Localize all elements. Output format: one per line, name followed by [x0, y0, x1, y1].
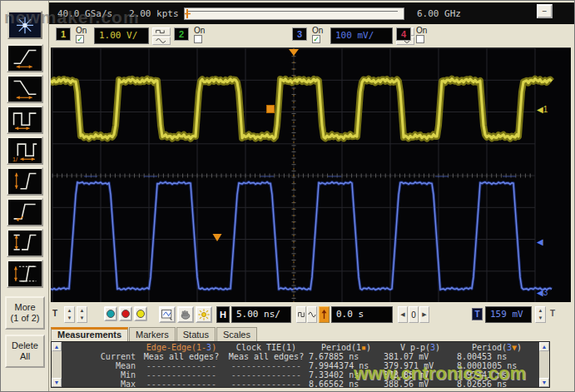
channel-3-scale-display[interactable]: 100 mV/ — [330, 27, 393, 44]
channel-level-marker[interactable]: ◀1 — [537, 105, 548, 114]
edge-marker-triangle[interactable] — [213, 234, 222, 241]
channel-2-on-toggle[interactable]: On — [194, 26, 212, 43]
measurement-column-header: Edge-Edge(1-3) — [139, 343, 224, 352]
measurement-value: 7.9944374 ns — [309, 361, 384, 370]
display-capture-button[interactable] — [159, 306, 176, 323]
measurement-value: 388.56 mV — [384, 380, 457, 389]
measure-v-amplitude-button[interactable] — [7, 229, 43, 257]
frequency-icon: 1/ — [8, 138, 42, 163]
v-amplitude-icon — [8, 231, 42, 256]
measure-v-peak-peak-button[interactable] — [7, 167, 43, 196]
scroll-up-button[interactable]: ▲ — [539, 342, 549, 351]
trigger-position-marker[interactable] — [289, 49, 299, 56]
trigger-level-spinner[interactable]: ▲▼ — [535, 306, 546, 323]
period-icon — [8, 107, 42, 132]
measure-fall-time-button[interactable] — [7, 75, 43, 103]
delay-right-button[interactable]: ▶ — [419, 306, 429, 323]
trigger-source-badge[interactable]: T — [472, 308, 483, 320]
channel-1-scale-display[interactable]: 1.00 V/ — [94, 27, 149, 44]
channel-2-badge[interactable]: 2 — [174, 27, 189, 41]
measurement-row-label: Max — [62, 380, 139, 389]
trigger-level-display[interactable]: 159 mV — [485, 306, 532, 323]
timebase-coarse-button[interactable] — [307, 306, 317, 323]
oscilloscope-app: 1/ More (1 of 2) Delete All 40.0 GSa/s 2… — [0, 0, 575, 392]
channel-level-marker[interactable]: ◀3 — [537, 288, 548, 297]
more-page-label: (1 of 2) — [11, 313, 40, 323]
measure-rise-time-button[interactable] — [7, 44, 43, 72]
touch-pointer-button[interactable] — [177, 306, 194, 323]
channel-1-checkbox[interactable]: ✓ — [76, 35, 84, 43]
measurement-value: Meas all edges? — [224, 352, 309, 361]
channel-4-badge[interactable]: 4 — [396, 27, 411, 41]
measure-overshoot-button[interactable] — [7, 198, 43, 226]
delete-label: Delete — [12, 340, 38, 350]
v-top-icon — [8, 261, 42, 286]
measurement-row-label: Mean — [62, 361, 139, 370]
measurement-value: 381.07 mV — [384, 352, 457, 361]
measurement-value: -------------- — [224, 370, 309, 380]
timebase-display[interactable]: 5.00 ns/ — [231, 306, 291, 323]
measure-v-top-button[interactable] — [7, 260, 43, 288]
marker-color-teal-button[interactable] — [104, 306, 117, 321]
trigger-settings-button[interactable] — [319, 306, 330, 323]
channel-4-checkbox[interactable] — [416, 35, 424, 43]
tab-markers[interactable]: Markers — [129, 327, 176, 341]
acquisition-memory-bar[interactable] — [184, 7, 404, 20]
channel-1-coupling-buttons — [152, 27, 171, 46]
main-area: 40.0 GSa/s 2.00 kpts 6.00 GHz − 1 On ✓ 1… — [49, 1, 575, 392]
marker-color-yellow-button[interactable] — [134, 306, 147, 321]
spark-logo-icon — [9, 12, 41, 38]
measurement-row-label: Current — [62, 352, 139, 361]
measurements-scrollbar-left[interactable]: ▲ ▼ — [52, 342, 62, 387]
delete-all-button[interactable]: Delete All — [5, 335, 45, 368]
brightness-button[interactable] — [196, 306, 212, 323]
bottom-toolbar: T ▲▼ ▲▼ H 5.00 ns/ — [49, 302, 575, 327]
channel-1-coupling-ac-button[interactable] — [152, 37, 171, 45]
tab-scales[interactable]: Scales — [216, 327, 257, 341]
channel-level-marker[interactable]: ◀ — [537, 237, 543, 246]
measurement-value: 7.33402 ns — [309, 370, 384, 380]
timebase-fine-button[interactable] — [296, 306, 306, 323]
horizontal-position-spinner[interactable]: ▲▼ — [64, 306, 75, 323]
channel-1-on-toggle[interactable]: On ✓ — [76, 26, 94, 43]
trigger-position-label: T — [52, 309, 57, 318]
channel-1-badge[interactable]: 1 — [56, 27, 71, 41]
measurement-value: 373.88 mV — [384, 370, 457, 380]
scroll-down-button[interactable]: ▼ — [539, 378, 549, 387]
channel-3-badge[interactable]: 3 — [292, 27, 307, 41]
measure-frequency-button[interactable]: 1/ — [7, 136, 43, 165]
measurement-column-header: Period(1▪) — [309, 343, 384, 352]
delay-display[interactable]: 0.0 s — [331, 306, 393, 323]
channel-bar: 1 On ✓ 1.00 V/ 2 On 3 On ✓ 100 mV/ 4 On — [49, 24, 575, 47]
more-button[interactable]: More (1 of 2) — [5, 296, 45, 330]
v-peak-peak-icon — [8, 169, 42, 194]
measurement-row-label: Min — [62, 370, 139, 380]
measure-period-button[interactable] — [7, 106, 43, 134]
horizontal-scale-spinner[interactable]: ▲▼ — [77, 306, 87, 323]
scroll-up-button[interactable]: ▲ — [52, 342, 62, 351]
measurement-value: 8.0001005 ns — [457, 361, 537, 370]
marker-color-red-button[interactable] — [119, 306, 132, 321]
app-logo — [7, 11, 42, 39]
svg-text:1/: 1/ — [12, 156, 17, 163]
channel-4-on-toggle[interactable]: On — [416, 26, 434, 43]
measurement-column-header: Clock TIE(1) — [224, 343, 309, 352]
channel-1-coupling-dc-button[interactable] — [152, 27, 171, 36]
edge-marker-square[interactable] — [267, 106, 275, 113]
tab-measurements[interactable]: Measurements — [51, 327, 128, 341]
measurements-scrollbar-right[interactable]: ▲ ▼ — [539, 342, 549, 387]
measurement-corner-cell — [62, 343, 139, 352]
delay-left-button[interactable]: ◀ — [398, 306, 408, 323]
waveform-display[interactable]: ◀1◀◀3 — [51, 47, 571, 302]
channel-2-checkbox[interactable] — [194, 35, 202, 43]
scroll-down-button[interactable]: ▼ — [52, 378, 62, 387]
horizontal-menu-button[interactable]: H — [216, 306, 230, 323]
delay-zero-button[interactable]: 0 — [409, 306, 419, 323]
more-label: More — [14, 302, 35, 312]
channel-3-on-toggle[interactable]: On ✓ — [312, 26, 330, 43]
channel-3-checkbox[interactable]: ✓ — [312, 35, 320, 43]
memory-waveform-icon — [185, 8, 404, 19]
tab-status[interactable]: Status — [176, 327, 216, 341]
measurements-panel: ▲ ▼ Edge-Edge(1-3)Clock TIE(1)Period(1▪)… — [51, 341, 550, 388]
minimize-button[interactable]: − — [537, 4, 553, 18]
